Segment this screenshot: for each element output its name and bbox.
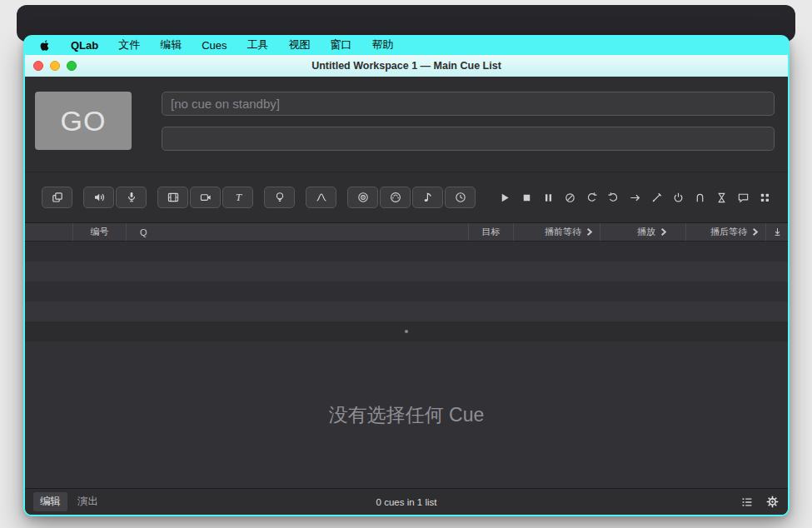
mic-icon xyxy=(125,191,138,204)
audio-icon xyxy=(92,191,106,204)
cue-list-rows[interactable] xyxy=(25,242,788,321)
reset-button[interactable] xyxy=(580,187,602,208)
stop-icon xyxy=(521,192,533,204)
column-q[interactable]: Q xyxy=(127,223,469,241)
speech-bubble-icon xyxy=(737,192,750,204)
cue-row[interactable] xyxy=(25,301,788,321)
splitter-dot-icon xyxy=(405,330,408,333)
mode-tabs: 编辑 演出 xyxy=(33,492,105,511)
video-cue-button[interactable] xyxy=(157,187,188,208)
script-button[interactable] xyxy=(645,187,667,208)
pause-icon xyxy=(542,192,555,204)
tab-show-mode[interactable]: 演出 xyxy=(71,492,105,511)
window-body: Untitled Workspace 1 — Main Cue List GO … xyxy=(25,55,788,515)
column-status[interactable] xyxy=(25,223,73,241)
load-button[interactable] xyxy=(602,187,624,208)
splitter-handle[interactable] xyxy=(25,321,788,341)
light-icon xyxy=(273,191,286,204)
chevron-right-icon[interactable] xyxy=(751,227,759,237)
standby-fields: [no cue on standby] xyxy=(162,92,775,172)
workspace-settings-button[interactable] xyxy=(765,495,780,509)
menu-window[interactable]: 窗口 xyxy=(331,37,352,52)
menu-tools[interactable]: 工具 xyxy=(247,37,269,52)
status-bar: 0 cues in 1 list 编辑 演出 xyxy=(25,488,788,515)
no-cue-selected-message: 没有选择任何 Cue xyxy=(329,402,485,428)
arm-button[interactable] xyxy=(667,187,689,208)
chevron-right-icon[interactable] xyxy=(660,227,667,237)
disarm-button[interactable] xyxy=(689,187,710,208)
column-autoload[interactable] xyxy=(766,223,788,241)
go-button[interactable]: GO xyxy=(35,92,132,150)
qlab-window: QLab 文件 编辑 Cues 工具 视图 窗口 帮助 Untitled Wor… xyxy=(23,35,790,516)
devamp-button[interactable] xyxy=(559,187,580,208)
apple-icon xyxy=(38,39,51,52)
cue-row[interactable] xyxy=(25,242,788,262)
transport-tools xyxy=(494,187,775,208)
timecode-cue-button[interactable] xyxy=(445,187,476,208)
audio-cue-button[interactable] xyxy=(83,187,114,208)
column-post-wait[interactable]: 播后等待 xyxy=(686,223,766,241)
camera-cue-button[interactable] xyxy=(190,187,221,208)
standby-section: GO [no cue on standby] xyxy=(25,77,788,172)
menu-bar: QLab 文件 编辑 Cues 工具 视图 窗口 帮助 xyxy=(23,35,790,55)
cart-button[interactable] xyxy=(754,187,775,208)
title-bar[interactable]: Untitled Workspace 1 — Main Cue List xyxy=(25,55,788,77)
cue-row[interactable] xyxy=(25,262,788,281)
group-icon xyxy=(51,191,64,204)
midi-cue-button[interactable] xyxy=(380,187,411,208)
music-cue-button[interactable] xyxy=(412,187,443,208)
menu-help[interactable]: 帮助 xyxy=(372,37,394,52)
network-cue-button[interactable] xyxy=(347,187,378,208)
gear-icon xyxy=(765,495,780,509)
cue-lists-button[interactable] xyxy=(740,496,754,509)
menu-file[interactable]: 文件 xyxy=(118,37,140,52)
power-icon xyxy=(672,192,685,204)
group-cue-button[interactable] xyxy=(42,187,72,208)
script-pen-icon xyxy=(650,192,663,204)
apple-menu[interactable] xyxy=(38,39,51,52)
control-cue-group xyxy=(347,187,476,208)
play-button[interactable] xyxy=(494,187,516,208)
menu-edit[interactable]: 编辑 xyxy=(160,37,182,52)
light-cue-group xyxy=(264,187,295,208)
fade-cue-button[interactable] xyxy=(306,187,336,208)
column-target[interactable]: 目标 xyxy=(469,223,514,241)
goto-button[interactable] xyxy=(624,187,645,208)
menu-app-name[interactable]: QLab xyxy=(71,39,98,52)
tab-edit-mode[interactable]: 编辑 xyxy=(33,492,67,511)
devamp-icon xyxy=(564,192,576,204)
column-action[interactable]: 播放 xyxy=(600,223,686,241)
audio-cue-group xyxy=(83,187,147,208)
network-icon xyxy=(356,191,370,204)
music-icon xyxy=(421,191,435,204)
notes-field[interactable] xyxy=(162,127,775,151)
video-cue-group: T xyxy=(157,187,253,208)
column-pre-wait[interactable]: 播前等待 xyxy=(514,223,600,241)
standby-cue-field[interactable]: [no cue on standby] xyxy=(162,92,775,116)
clock-icon xyxy=(454,191,467,204)
play-icon xyxy=(499,192,511,204)
menu-view[interactable]: 视图 xyxy=(289,37,311,52)
chevron-right-icon[interactable] xyxy=(585,227,593,237)
goto-arrow-icon xyxy=(629,192,641,204)
cue-row[interactable] xyxy=(25,281,788,301)
pause-button[interactable] xyxy=(537,187,559,208)
text-icon: T xyxy=(232,191,245,204)
cue-count-summary: 0 cues in 1 list xyxy=(25,497,788,507)
disarm-icon xyxy=(694,192,706,204)
stop-button[interactable] xyxy=(516,187,537,208)
svg-text:T: T xyxy=(236,192,242,203)
menu-cues[interactable]: Cues xyxy=(202,39,227,52)
camera-icon xyxy=(199,191,212,204)
light-cue-button[interactable] xyxy=(264,187,295,208)
window-title: Untitled Workspace 1 — Main Cue List xyxy=(25,60,788,72)
text-cue-button[interactable]: T xyxy=(222,187,253,208)
memo-button[interactable] xyxy=(732,187,754,208)
mic-cue-button[interactable] xyxy=(116,187,147,208)
midi-icon xyxy=(389,191,402,204)
wait-button[interactable] xyxy=(710,187,732,208)
reset-icon xyxy=(585,192,598,204)
fade-cue-group xyxy=(306,187,336,208)
cue-toolbar: T xyxy=(25,172,788,222)
column-number[interactable]: 编号 xyxy=(73,223,127,241)
